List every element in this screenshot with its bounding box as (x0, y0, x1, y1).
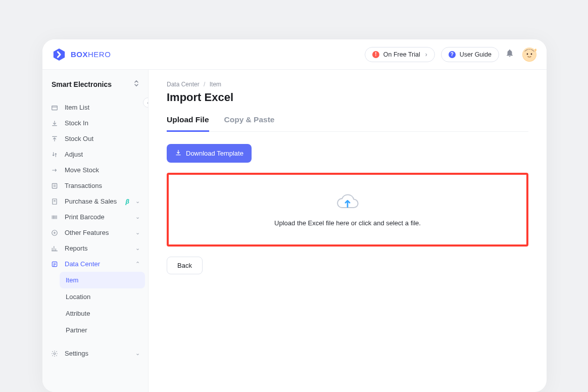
logo-icon (53, 48, 66, 61)
download-template-button[interactable]: Download Template (167, 144, 252, 163)
breadcrumb-current: Item (210, 81, 221, 88)
trial-pill[interactable]: ! On Free Trial › (365, 47, 435, 62)
sidebar-purchase-sales[interactable]: Purchase & Sales β ⌄ (45, 193, 145, 209)
chevron-up-icon: ⌃ (135, 261, 140, 267)
box-icon (51, 104, 59, 111)
barcode-icon (51, 214, 59, 221)
dropzone-highlight: Upload the Excel file here or click and … (167, 173, 528, 247)
svg-rect-4 (52, 106, 58, 110)
guide-label: User Guide (460, 51, 492, 58)
logo[interactable]: BOXHERO (53, 48, 111, 61)
svg-point-1 (523, 48, 536, 61)
data-center-submenu: Item Location Attribute Partner (45, 272, 145, 338)
sidebar-transactions[interactable]: Transactions (45, 178, 145, 193)
adjust-icon (51, 151, 59, 158)
cloud-upload-icon (336, 193, 359, 213)
tabs: Upload File Copy & Paste (167, 111, 528, 132)
sidebar-settings[interactable]: Settings ⌄ (45, 346, 145, 361)
chevron-down-icon: ⌄ (135, 229, 140, 236)
sidebar-move-stock[interactable]: Move Stock (45, 162, 145, 178)
svg-point-9 (54, 353, 56, 355)
app-window: BOXHERO ! On Free Trial › ? User Guide (42, 39, 547, 392)
chevron-down-icon: ⌄ (135, 214, 140, 220)
chart-icon (51, 245, 59, 252)
sidebar-stock-out[interactable]: Stock Out (45, 131, 145, 146)
team-switch-icon[interactable] (134, 80, 139, 88)
receipt-icon (51, 198, 59, 205)
header: BOXHERO ! On Free Trial › ? User Guide (42, 39, 547, 70)
svg-point-2 (527, 53, 528, 55)
alert-icon: ! (372, 51, 379, 58)
sidebar-adjust[interactable]: Adjust (45, 146, 145, 162)
user-guide-pill[interactable]: ? User Guide (441, 47, 499, 62)
sub-item-item[interactable]: Item (60, 272, 145, 288)
list-icon (51, 182, 59, 189)
arrow-up-icon (51, 135, 59, 142)
chevron-down-icon: ⌄ (135, 198, 140, 205)
arrow-right-icon (51, 167, 59, 174)
sub-item-attribute[interactable]: Attribute (60, 305, 145, 322)
breadcrumb: Data Center / Item (167, 81, 528, 88)
logo-text: BOXHERO (71, 50, 111, 59)
page-title: Import Excel (167, 91, 528, 104)
main-content: Data Center / Item Import Excel Upload F… (149, 70, 547, 392)
download-icon (175, 149, 182, 158)
dropzone-text: Upload the Excel file here or click and … (274, 219, 421, 227)
plus-circle-icon (51, 229, 59, 236)
sidebar-stock-in[interactable]: Stock In (45, 115, 145, 131)
back-button[interactable]: Back (167, 257, 203, 274)
database-icon (51, 261, 59, 268)
bell-icon[interactable] (505, 48, 514, 60)
sidebar-print-barcode[interactable]: Print Barcode ⌄ (45, 209, 145, 225)
sidebar-other-features[interactable]: Other Features ⌄ (45, 225, 145, 240)
avatar[interactable] (522, 47, 536, 62)
sidebar-item-list[interactable]: Item List (45, 100, 145, 115)
gear-icon (51, 350, 59, 357)
upload-dropzone[interactable]: Upload the Excel file here or click and … (170, 176, 525, 243)
sidebar-reports[interactable]: Reports ⌄ (45, 240, 145, 256)
beta-badge: β (126, 198, 129, 205)
sub-item-partner[interactable]: Partner (60, 322, 145, 338)
tab-copy-paste[interactable]: Copy & Paste (224, 111, 275, 132)
breadcrumb-parent[interactable]: Data Center (167, 81, 200, 88)
chevron-down-icon: ⌄ (135, 350, 140, 357)
sidebar: ‹ Smart Electronics Item List Stock In (42, 70, 149, 392)
team-name: Smart Electronics (52, 80, 112, 88)
tab-upload-file[interactable]: Upload File (167, 111, 209, 132)
trial-label: On Free Trial (383, 51, 420, 58)
chevron-down-icon: ⌄ (135, 245, 140, 252)
download-template-label: Download Template (186, 150, 243, 157)
sidebar-data-center[interactable]: Data Center ⌃ (45, 256, 145, 272)
svg-point-3 (531, 53, 532, 55)
sub-item-location[interactable]: Location (60, 288, 145, 305)
arrow-down-icon (51, 120, 59, 127)
help-icon: ? (449, 51, 456, 58)
chevron-right-icon: › (425, 51, 427, 58)
